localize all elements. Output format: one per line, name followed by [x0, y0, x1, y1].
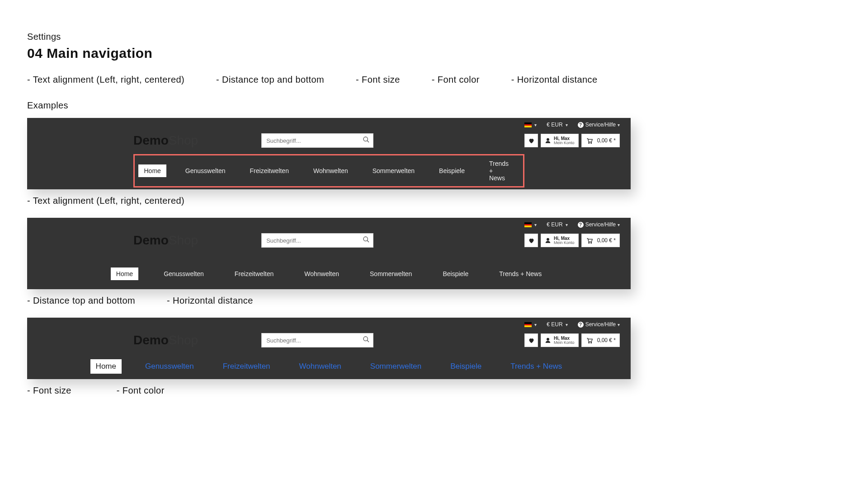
nav-item-home[interactable]: Home: [90, 359, 122, 374]
shop-logo[interactable]: DemoShop: [133, 133, 198, 148]
cart-button[interactable]: 0,00 € *: [581, 333, 620, 347]
nav-item-freizeitwelten[interactable]: Freizeitwelten: [245, 164, 294, 177]
search-icon[interactable]: [359, 136, 373, 145]
main-nav-big: Home Genusswelten Freizeitwelten Wohnwel…: [68, 354, 590, 377]
nav-item-wohnwelten[interactable]: Wohnwelten: [294, 359, 347, 374]
nav-item-sommerwelten[interactable]: Sommerwelten: [367, 164, 420, 177]
search-box[interactable]: [261, 333, 373, 347]
service-label: Service/Hilfe: [585, 221, 616, 228]
nav-item-sommerwelten[interactable]: Sommerwelten: [364, 267, 417, 280]
caption-1: - Text alignment (Left, right, centered): [27, 196, 184, 206]
account-button[interactable]: Hi, Max Mein Konto: [541, 333, 579, 347]
main-nav-highlighted: Home Genusswelten Freizeitwelten Wohnwel…: [133, 154, 524, 188]
page-title: 04 Main navigation: [27, 46, 660, 61]
search-input[interactable]: [262, 137, 359, 144]
chevron-down-icon: ▾: [566, 322, 568, 327]
service-help-link[interactable]: ? Service/Hilfe ▾: [578, 122, 620, 128]
svg-line-11: [367, 340, 369, 342]
logo-light: Shop: [169, 333, 198, 347]
search-icon[interactable]: [359, 336, 373, 345]
svg-point-7: [547, 238, 549, 241]
chevron-down-icon: ▾: [534, 122, 537, 127]
currency-selector[interactable]: € EUR ▾: [547, 221, 567, 228]
nav-item-home[interactable]: Home: [138, 164, 166, 177]
shop-logo[interactable]: DemoShop: [133, 333, 198, 347]
search-input[interactable]: [262, 337, 359, 344]
nav-item-genusswelten[interactable]: Genusswelten: [140, 359, 199, 374]
chevron-down-icon: ▾: [534, 322, 537, 327]
cart-button[interactable]: 0,00 € *: [581, 134, 620, 147]
svg-point-14: [590, 342, 591, 343]
bullet-horizontal-distance: - Horizontal distance: [511, 75, 598, 85]
nav-item-trends-news[interactable]: Trends + News: [505, 359, 567, 374]
bullet-font-size: - Font size: [356, 75, 400, 85]
search-icon[interactable]: [359, 236, 373, 245]
language-selector[interactable]: ▾: [524, 222, 537, 227]
search-input[interactable]: [262, 237, 359, 244]
nav-item-genusswelten[interactable]: Genusswelten: [158, 267, 209, 280]
question-icon: ?: [578, 322, 584, 328]
service-help-link[interactable]: ? Service/Hilfe ▾: [578, 221, 620, 228]
nav-item-home[interactable]: Home: [111, 267, 138, 280]
bullet-text-alignment: - Text alignment (Left, right, centered): [27, 75, 184, 85]
logo-bold: Demo: [133, 333, 169, 347]
chevron-down-icon: ▾: [618, 322, 620, 327]
language-selector[interactable]: ▾: [524, 122, 537, 127]
svg-point-3: [588, 142, 589, 143]
example-header-2: ▾ € EUR ▾ ? Service/Hilfe ▾ DemoShop: [27, 218, 631, 289]
account-greeting: Hi, Max: [554, 236, 575, 241]
cart-button[interactable]: 0,00 € *: [581, 234, 620, 247]
chevron-down-icon: ▾: [618, 222, 620, 227]
svg-line-6: [367, 240, 369, 242]
examples-label: Examples: [27, 100, 660, 111]
nav-item-freizeitwelten[interactable]: Freizeitwelten: [217, 359, 276, 374]
language-selector[interactable]: ▾: [524, 322, 537, 327]
flag-de-icon: [524, 322, 532, 327]
nav-item-trends-news[interactable]: Trends + News: [494, 267, 547, 280]
account-button[interactable]: Hi, Max Mein Konto: [541, 134, 579, 147]
logo-light: Shop: [169, 233, 198, 247]
breadcrumb: Settings: [27, 32, 660, 42]
nav-item-trends-news[interactable]: Trends + News: [484, 157, 514, 184]
wishlist-button[interactable]: [524, 333, 538, 347]
nav-item-beispiele[interactable]: Beispiele: [434, 164, 470, 177]
account-greeting: Hi, Max: [554, 336, 575, 341]
bullet-font-color: - Font color: [432, 75, 480, 85]
wishlist-button[interactable]: [524, 134, 538, 147]
main-nav-spread: Home Genusswelten Freizeitwelten Wohnwel…: [72, 254, 585, 287]
service-help-link[interactable]: ? Service/Hilfe ▾: [578, 321, 620, 328]
svg-point-8: [588, 242, 589, 243]
nav-item-freizeitwelten[interactable]: Freizeitwelten: [229, 267, 279, 280]
chevron-down-icon: ▾: [566, 122, 568, 127]
svg-point-13: [588, 342, 589, 343]
wishlist-button[interactable]: [524, 234, 538, 247]
shop-logo[interactable]: DemoShop: [133, 233, 198, 248]
settings-bullets: - Text alignment (Left, right, centered)…: [27, 75, 660, 85]
currency-label: € EUR: [547, 221, 562, 228]
nav-item-beispiele[interactable]: Beispiele: [437, 267, 474, 280]
nav-item-wohnwelten[interactable]: Wohnwelten: [308, 164, 354, 177]
nav-item-beispiele[interactable]: Beispiele: [445, 359, 487, 374]
search-box[interactable]: [261, 233, 373, 248]
example-header-1: ▾ € EUR ▾ ? Service/Hilfe ▾ DemoShop: [27, 118, 631, 189]
svg-point-10: [363, 337, 368, 341]
chevron-down-icon: ▾: [566, 222, 568, 227]
svg-point-2: [547, 138, 549, 141]
logo-bold: Demo: [133, 133, 169, 147]
nav-item-sommerwelten[interactable]: Sommerwelten: [365, 359, 427, 374]
flag-de-icon: [524, 122, 532, 127]
cart-total: 0,00 € *: [597, 337, 616, 343]
svg-point-4: [590, 142, 591, 143]
svg-point-5: [363, 237, 368, 241]
search-box[interactable]: [261, 133, 373, 148]
cart-total: 0,00 € *: [597, 237, 616, 244]
currency-label: € EUR: [547, 321, 562, 328]
account-button[interactable]: Hi, Max Mein Konto: [541, 234, 579, 247]
caption-2a: - Distance top and bottom: [27, 296, 135, 306]
nav-item-genusswelten[interactable]: Genusswelten: [180, 164, 231, 177]
currency-selector[interactable]: € EUR ▾: [547, 122, 567, 128]
nav-item-wohnwelten[interactable]: Wohnwelten: [299, 267, 344, 280]
currency-selector[interactable]: € EUR ▾: [547, 321, 567, 328]
account-sub: Mein Konto: [554, 341, 575, 345]
cart-total: 0,00 € *: [597, 137, 616, 144]
